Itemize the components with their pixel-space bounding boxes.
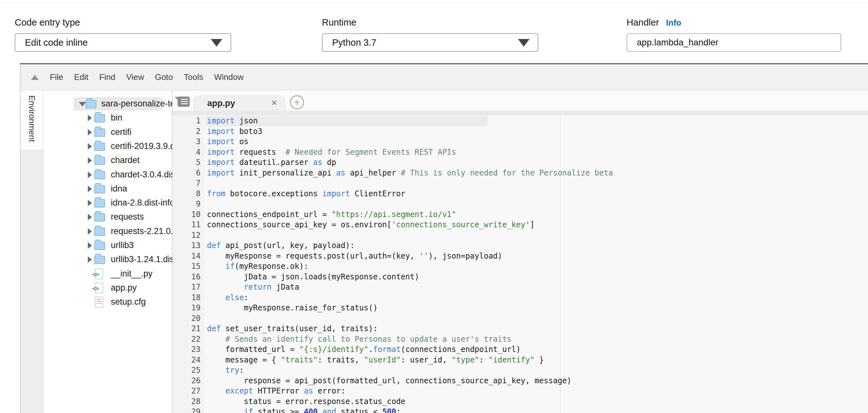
token: (connections_endpoint_url) — [401, 345, 521, 354]
tree-row-idna-2-8-dist-info[interactable]: idna-2.8.dist-info — [43, 196, 172, 210]
tree-item-label: certifi — [111, 127, 131, 137]
code-line[interactable]: 2import boto3 — [173, 126, 868, 137]
menu-item-find[interactable]: Find — [99, 72, 116, 82]
tree-row--init-py[interactable]: <>__init__.py — [43, 267, 172, 281]
handler-info-link[interactable]: Info — [666, 18, 682, 28]
tree-row-setup-cfg[interactable]: setup.cfg — [43, 295, 172, 309]
line-number: 5 — [173, 157, 205, 168]
tree-row-requests-2-21-0-dist-info[interactable]: requests-2.21.0.dist-info — [43, 225, 172, 238]
menu-item-file[interactable]: File — [50, 72, 63, 82]
code-line[interactable]: 18 else: — [173, 293, 868, 303]
code-line[interactable]: 10connections_endpoint_url = "https://ap… — [173, 209, 868, 220]
token: connections_endpoint_url = — [207, 210, 332, 219]
code-line[interactable]: 4import requests # Needed for Segment Ev… — [173, 147, 868, 157]
code-line[interactable]: 17 return jData — [173, 282, 868, 293]
code-line[interactable]: 13def api_post(url, key, payload): — [173, 240, 868, 251]
token: response = api_post(formatted_url, conne… — [207, 376, 571, 385]
token: as — [336, 169, 345, 177]
code-line[interactable]: 7 — [173, 178, 868, 188]
code-line[interactable]: 6import init_personalize_api as api_help… — [173, 168, 868, 178]
tree-row-urllib3[interactable]: urllib3 — [43, 239, 172, 252]
menu-item-goto[interactable]: Goto — [155, 72, 173, 82]
code-line[interactable]: 25 try: — [173, 365, 868, 376]
code-line[interactable]: 24 message = { "traits": traits, "userId… — [173, 355, 868, 365]
sidebar-tab-environment[interactable]: Environment — [21, 91, 43, 150]
caret-expanded-icon[interactable] — [79, 102, 86, 107]
tree-row-urllib3-1-24-1-dist-info[interactable]: urllib3-1.24.1.dist-info — [43, 253, 172, 266]
code-line[interactable]: 22 # Sends an identify call to Personas … — [173, 334, 868, 345]
menu-item-window[interactable]: Window — [214, 72, 243, 82]
token: return — [244, 283, 272, 292]
token: # This is only needed for the Personaliz… — [401, 169, 613, 177]
tree-row-app-py[interactable]: <>app.py — [43, 281, 172, 295]
code-line[interactable]: 20 — [173, 313, 868, 324]
token: : — [244, 293, 248, 302]
token: import — [207, 116, 235, 125]
tab-app-py[interactable]: app.py × — [193, 95, 285, 111]
caret-collapsed-icon[interactable] — [88, 115, 92, 121]
code-line[interactable]: 28 status = error.response.status_code — [173, 396, 868, 407]
menu-item-edit[interactable]: Edit — [74, 72, 89, 82]
caret-collapsed-icon[interactable] — [88, 129, 92, 136]
code-line[interactable]: 8from botocore.exceptions import ClientE… — [173, 188, 868, 199]
tree-item-label: chardet — [111, 155, 140, 165]
code-line[interactable]: 21def set_user_traits(user_id, traits): — [173, 324, 868, 334]
code-line[interactable]: 3import os — [173, 137, 868, 147]
code-text — [205, 178, 207, 188]
code-line[interactable]: 1import json — [173, 116, 868, 126]
caret-collapsed-icon[interactable] — [88, 256, 92, 263]
menu-item-view[interactable]: View — [126, 72, 144, 82]
code-line[interactable]: 15 if(myResponse.ok): — [173, 261, 868, 272]
token: as — [313, 158, 322, 167]
code-editing-area[interactable]: 1import json2import boto33import os4impo… — [173, 115, 868, 413]
caret-collapsed-icon[interactable] — [88, 200, 92, 206]
code-line[interactable]: 16 jData = json.loads(myResponse.content… — [173, 272, 868, 282]
menu-item-tools[interactable]: Tools — [184, 72, 204, 82]
caret-collapsed-icon[interactable] — [88, 186, 92, 192]
code-text: def api_post(url, key, payload): — [205, 240, 354, 251]
code-line[interactable]: 14 myResponse = requests.post(url,auth=(… — [173, 251, 868, 262]
code-line[interactable]: 27 except HTTPError as error: — [173, 386, 868, 396]
code-entry-type-select[interactable]: Edit code inline — [15, 33, 231, 52]
tree-row-chardet[interactable]: chardet — [43, 154, 172, 167]
token: import — [322, 189, 350, 198]
code-line[interactable]: 26 response = api_post(formatted_url, co… — [173, 376, 868, 386]
caret-collapsed-icon[interactable] — [88, 242, 92, 249]
code-line[interactable]: 29 if status >= 400 and status < 500: — [173, 407, 868, 413]
collapse-menubar-icon[interactable] — [31, 75, 39, 80]
code-line[interactable]: 5import dateutil.parser as dp — [173, 157, 868, 168]
close-tab-icon[interactable]: × — [271, 97, 277, 109]
tree-row-bin[interactable]: bin — [43, 111, 172, 125]
code-line[interactable]: 11connections_source_api_key = os.enviro… — [173, 219, 868, 230]
token: set_user_traits(user_id, traits): — [221, 324, 377, 333]
new-tab-button[interactable]: + — [290, 95, 304, 109]
tree-row-certifi-2019-3-9-dist-info[interactable]: certifi-2019.3.9.dist-info — [43, 140, 172, 153]
caret-collapsed-icon[interactable] — [88, 157, 92, 164]
token: json — [235, 116, 258, 125]
tree-row-sara-personalize-test[interactable]: sara-personalize-test — [43, 97, 172, 111]
token — [207, 283, 244, 292]
caret-collapsed-icon[interactable] — [88, 143, 92, 150]
line-number: 13 — [173, 240, 205, 251]
tree-row-certifi[interactable]: certifi — [43, 126, 172, 139]
tree-row-chardet-3-0-4-dist-info[interactable]: chardet-3.0.4.dist-info — [43, 168, 172, 182]
token — [207, 262, 225, 271]
token: "{:s}/identify" — [299, 345, 369, 354]
code-text: # Sends an identify call to Personas to … — [205, 334, 512, 345]
code-text: if status >= 400 and status < 500: — [205, 407, 401, 413]
code-line[interactable]: 12 — [173, 230, 868, 241]
caret-collapsed-icon[interactable] — [88, 172, 92, 178]
tree-row-requests[interactable]: requests — [43, 210, 172, 224]
code-line[interactable]: 9 — [173, 199, 868, 209]
code-line[interactable]: 19 myResponse.raise_for_status() — [173, 303, 868, 313]
runtime-select[interactable]: Python 3.7 — [322, 33, 538, 52]
code-line[interactable]: 23 formatted_url = "{:s}/identify".forma… — [173, 344, 868, 355]
caret-collapsed-icon[interactable] — [88, 214, 92, 220]
tree-row-idna[interactable]: idna — [43, 182, 172, 196]
token: connections_source_api_key = os.environ[ — [207, 220, 392, 229]
token: : — [396, 407, 400, 413]
token: : — [239, 366, 244, 375]
caret-collapsed-icon[interactable] — [88, 228, 92, 235]
handler-input[interactable]: app.lambda_handler — [626, 33, 841, 52]
tab-list-icon[interactable] — [178, 96, 190, 107]
